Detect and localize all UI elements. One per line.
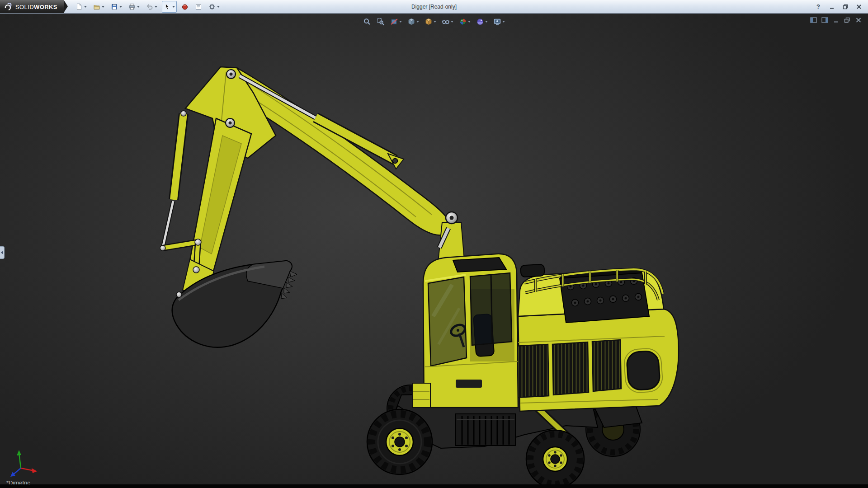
app-name-solid: SOLID [15,4,34,10]
undo-icon [146,3,153,10]
bottom-strip [0,484,868,488]
engine-block [560,269,649,323]
app-name-works: WORKS [34,4,57,10]
graphics-viewport[interactable]: *Dimetric [0,13,868,488]
hide-show-items-button[interactable] [440,16,455,28]
hide-show-items-icon [442,18,450,26]
dropdown-caret-icon [172,6,175,8]
appearance-ball-icon [459,18,467,26]
close-icon [856,4,862,9]
display-style-icon [425,18,433,26]
restore-button[interactable] [841,2,850,11]
new-document-icon [75,3,83,10]
panel-collapse-tab[interactable] [0,246,5,259]
window-controls: ? [814,2,868,11]
undo-button[interactable] [144,1,159,13]
cab[interactable] [412,254,518,408]
app-logo-button[interactable]: SOLIDWORKS [0,0,64,13]
zoom-area-icon [377,18,385,26]
dropdown-caret-icon [155,6,157,8]
dropdown-caret-icon [468,21,471,23]
restore-icon [843,4,848,9]
open-icon [93,3,100,10]
triad-y-axis [17,450,21,455]
front-right-wheel[interactable] [526,430,584,488]
doc-close-button[interactable] [854,16,863,24]
print-icon [128,3,136,10]
dropdown-caret-icon [502,21,505,23]
titlebar[interactable]: SOLIDWORKS [0,0,868,14]
appearance-icon [181,3,189,10]
dropdown-caret-icon [102,6,104,8]
doc-minimize-button[interactable] [832,16,840,24]
help-glyph: ? [816,3,820,10]
scene-icon [476,18,484,26]
appearance-ball-button[interactable] [457,16,472,28]
dropdown-caret-icon [451,21,453,23]
dassault-3ds-icon [4,3,13,11]
help-button[interactable]: ? [814,2,823,11]
main-toolbar [64,1,222,13]
rear-panel-window [626,351,660,391]
print-button[interactable] [127,1,142,13]
dropdown-caret-icon [137,6,140,8]
app-name: SOLIDWORKS [15,3,57,11]
cab-vent [456,380,482,388]
view-settings-button[interactable] [491,16,507,28]
boom-assembly[interactable] [160,67,466,276]
select-button[interactable] [162,1,177,13]
section-view-button[interactable] [388,16,404,28]
section-view-icon [390,18,398,26]
dropdown-caret-icon [434,21,436,23]
new-document-button[interactable] [74,1,89,13]
pane-left-icon [810,17,817,23]
scene-button[interactable] [474,16,490,28]
select-cursor-icon [164,3,171,10]
dropdown-caret-icon [119,6,122,8]
doc-minimize-icon [833,17,839,23]
view-orientation-icon [407,18,415,26]
orientation-triad[interactable] [10,450,37,477]
triad-x-axis [32,468,37,473]
dropdown-caret-icon [399,21,402,23]
open-button[interactable] [91,1,106,13]
drawing-sheet-button[interactable] [193,1,204,13]
view-settings-icon [493,18,501,26]
doc-restore-button[interactable] [843,16,851,24]
doc-close-icon [855,17,862,23]
cab-step [412,383,430,408]
options-button[interactable] [207,1,222,13]
minimize-button[interactable] [827,2,836,11]
triad-z-axis [10,472,15,477]
dropdown-caret-icon [217,6,220,8]
zoom-area-button[interactable] [375,16,387,28]
dipper-hydraulic-cylinder[interactable] [163,111,186,248]
display-style-button[interactable] [423,16,438,28]
dropdown-caret-icon [485,21,488,23]
save-icon [111,3,118,10]
close-button[interactable] [854,2,863,11]
save-button[interactable] [109,1,124,13]
zoom-fit-button[interactable] [361,16,373,28]
bucket[interactable] [172,259,297,347]
excavator-model[interactable] [0,13,868,488]
pane-right-icon [821,17,828,23]
dropdown-caret-icon [416,21,419,23]
pane-left-button[interactable] [809,16,817,24]
options-gear-icon [208,3,216,10]
appearance-button[interactable] [179,1,190,13]
headsup-view-toolbar [361,16,507,28]
view-orientation-button[interactable] [406,16,421,28]
doc-restore-icon [844,17,850,23]
document-window-controls [809,16,863,24]
logo-notch [64,0,68,13]
drawing-sheet-icon [195,3,202,10]
dropdown-caret-icon [84,6,87,8]
zoom-fit-icon [363,18,371,26]
pane-right-button[interactable] [821,16,829,24]
document-title: Digger [Read-only] [411,0,457,13]
minimize-icon [829,4,835,9]
front-left-wheel[interactable] [367,409,432,474]
